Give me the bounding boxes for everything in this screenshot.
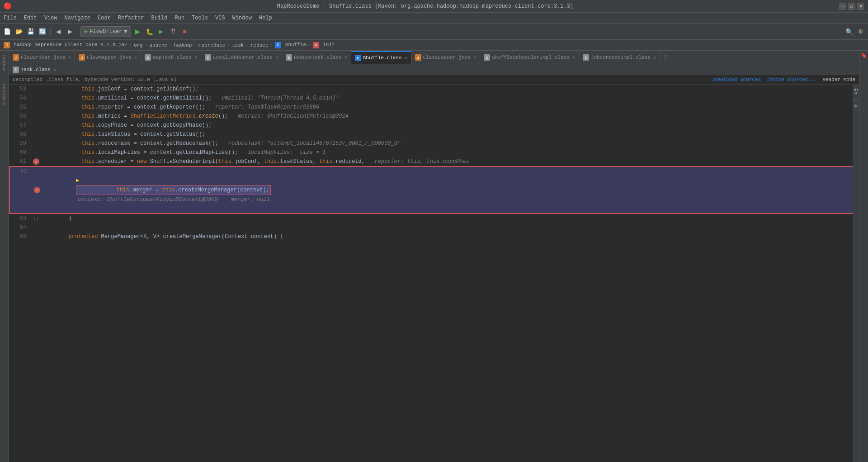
bookmarks-icon[interactable]: 🔖 [861, 52, 867, 58]
breadcrumb-task[interactable]: task [232, 43, 244, 48]
breadcrumb-hadoop[interactable]: hadoop [174, 43, 192, 48]
code-line-59: 59 this.reduceTask = context.getReduceTa… [9, 139, 859, 148]
tab-flowmapper[interactable]: J FlowMapper.java ✕ [75, 51, 141, 64]
line-content-55[interactable]: this.reporter = context.getReporter(); r… [41, 103, 859, 112]
tab-close-flowdriver[interactable]: ✕ [68, 55, 71, 60]
maximize-button[interactable]: □ [848, 3, 855, 10]
tab-jobcontextimpl[interactable]: C JobContextImpl.class ✕ [579, 51, 660, 64]
menu-refactor[interactable]: Refactor [114, 13, 148, 23]
menu-edit[interactable]: Edit [20, 13, 41, 23]
reader-mode-link[interactable]: Reader Mode [822, 77, 855, 82]
tab-close-maptask[interactable]: ✕ [194, 55, 197, 60]
choose-sources-link[interactable]: Choose Sources... [766, 77, 817, 82]
tab-label-shuffle: Shuffle.class [363, 55, 402, 61]
init-icon: m [313, 42, 319, 48]
tab-maptask[interactable]: C MapTask.class ✕ [141, 51, 201, 64]
debug-button[interactable]: 🐛 [144, 26, 155, 37]
menu-run[interactable]: Run [171, 13, 188, 23]
tabs-bar: J FlowDriver.java ✕ J FlowMapper.java ✕ … [9, 51, 859, 64]
run-button[interactable]: ▶ [132, 26, 143, 37]
open-button[interactable]: 📂 [14, 26, 24, 37]
run-coverage-button[interactable]: ▶ [156, 26, 166, 37]
menu-view[interactable]: View [41, 13, 61, 23]
menu-code[interactable]: Code [94, 13, 114, 23]
pinned-tab-task[interactable]: C Task.class ✕ [9, 65, 60, 75]
profile-button[interactable]: ⏱ [167, 26, 178, 37]
line-content-64[interactable] [41, 223, 859, 232]
breadcrumb-shuffle[interactable]: C Shuffle [275, 42, 306, 48]
code-line-65: 65 protected MergeManager<K, V> createMe… [9, 232, 859, 241]
breadcrumb-apache[interactable]: apache [149, 43, 167, 48]
shuffle-class-icon: C [275, 42, 281, 48]
gutter-54 [32, 94, 41, 103]
line-content-59[interactable]: this.reduceTask = context.getReduceTask(… [41, 139, 859, 148]
menu-build[interactable]: Build [147, 13, 171, 23]
tab-localjobrunner[interactable]: C LocalJobRunner.class ✕ [201, 51, 282, 64]
minimize-button[interactable]: ─ [839, 3, 846, 10]
tabs-more-button[interactable]: ⋮ [660, 51, 671, 64]
tab-close-jobcontextimpl[interactable]: ✕ [653, 55, 656, 60]
close-button[interactable]: ✕ [857, 3, 864, 10]
tab-close-localjobrunner[interactable]: ✕ [275, 55, 278, 60]
sync-button[interactable]: 🔄 [37, 26, 48, 37]
breadcrumb-sep-7: › [270, 43, 274, 48]
tab-shufflescheduler[interactable]: C ShuffleSchedulerImpl.class ✕ [480, 51, 579, 64]
breadcrumb-jar[interactable]: J hadoop-mapreduce-client-core-3.1.3.jar [4, 42, 127, 48]
run-config-dropdown[interactable]: ▶ FlowDriver ▼ [80, 26, 131, 37]
line-number-57: 57 [9, 121, 32, 130]
line-content-62[interactable]: ▶ this.merger = this.createMergeManager(… [42, 167, 858, 213]
breadcrumb-mapreduce[interactable]: mapreduce [198, 43, 225, 48]
breakpoint-62[interactable]: ✓ [34, 187, 40, 193]
line-content-57[interactable]: this.copyPhase = context.getCopyPhase(); [41, 121, 859, 130]
tab-close-shufflescheduler[interactable]: ✕ [572, 55, 575, 60]
search-button[interactable]: 🔍 [844, 26, 854, 37]
save-button[interactable]: 💾 [25, 26, 36, 37]
tab-close-reducetask[interactable]: ✕ [344, 55, 347, 60]
menu-tools[interactable]: Tools [188, 13, 212, 23]
line-content-60[interactable]: this.localMapFiles = context.getLocalMap… [41, 148, 859, 157]
project-panel-label[interactable]: Project [2, 54, 7, 71]
stop-button[interactable]: ■ [179, 26, 190, 37]
breadcrumb-org[interactable]: org [134, 43, 143, 48]
code-line-61: 61 ✓ this.scheduler = new ShuffleSchedul… [9, 157, 859, 166]
tab-label-localjobrunner: LocalJobRunner.class [213, 55, 273, 60]
gutter-56 [32, 112, 41, 121]
structure-panel-label[interactable]: Structure [2, 83, 7, 105]
breadcrumb-init[interactable]: m init [313, 42, 335, 48]
settings-button[interactable]: ⚙ [855, 26, 866, 37]
tab-icon-localjobrunner: C [205, 54, 211, 61]
line-content-65[interactable]: protected MergeManager<K, V> createMerge… [41, 232, 859, 241]
menu-navigate[interactable]: Navigate [61, 13, 94, 23]
menu-help[interactable]: Help [255, 13, 276, 23]
line-number-64: 64 [9, 223, 32, 232]
line-content-63[interactable]: } [41, 214, 859, 223]
tab-classloader[interactable]: J ClassLoader.java ✕ [411, 51, 481, 64]
line-number-62: 62 [10, 167, 33, 213]
code-line-57: 57 this.copyPhase = context.getCopyPhase… [9, 121, 859, 130]
line-content-56[interactable]: this.metrics = ShuffleClientMetrics.crea… [41, 112, 859, 121]
fold-icon-63[interactable] [34, 217, 38, 220]
tab-shuffle[interactable]: C Shuffle.class ✕ [351, 51, 411, 64]
tab-close-flowmapper[interactable]: ✕ [134, 55, 137, 60]
menu-window[interactable]: Window [229, 13, 255, 23]
line-content-58[interactable]: this.taskStatus = context.getStatus(); [41, 130, 859, 139]
line-content-53[interactable]: this.jobConf = context.getJobConf(); [41, 85, 859, 94]
forward-button[interactable]: ▶ [65, 26, 75, 37]
back-button[interactable]: ◀ [53, 26, 64, 37]
separator-1 [50, 27, 51, 36]
breadcrumb-reduce[interactable]: reduce [250, 43, 269, 48]
breakpoint-61[interactable]: ✓ [33, 158, 39, 165]
download-sources-link[interactable]: Download Sources [713, 77, 761, 82]
tab-close-classloader[interactable]: ✕ [473, 55, 476, 60]
runtime-value-62: context: ShuffleConsumerPlugin$Context@3… [78, 196, 270, 203]
new-file-button[interactable]: 📄 [2, 26, 13, 37]
menu-vcs[interactable]: VCS [212, 13, 229, 23]
line-content-61[interactable]: this.scheduler = new ShuffleSchedulerImp… [41, 157, 859, 166]
tab-flowdriver[interactable]: J FlowDriver.java ✕ [9, 51, 75, 64]
breadcrumb-sep-5: › [227, 43, 230, 48]
menu-file[interactable]: File [0, 13, 20, 23]
tab-reducetask[interactable]: C ReduceTask.class ✕ [282, 51, 351, 64]
line-content-54[interactable]: this.umbilical = context.getUmbilical();… [41, 94, 859, 103]
tab-close-shuffle[interactable]: ✕ [405, 55, 407, 61]
pinned-tab-close-task[interactable]: ✕ [53, 67, 56, 72]
